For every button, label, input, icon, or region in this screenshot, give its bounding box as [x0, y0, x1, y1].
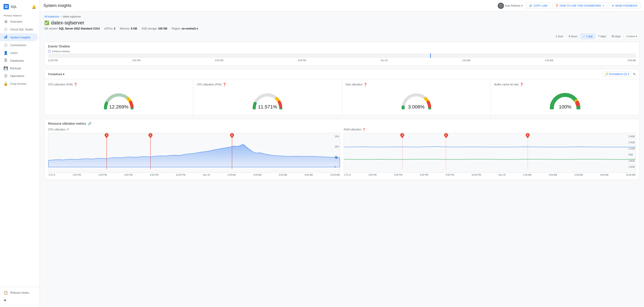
ssd-label: SSD storage: — [142, 27, 157, 30]
predefined-header: Predefined ▾ 📝 Annotations (2) ▾ ✎ — [44, 69, 639, 79]
cpu-x-10: 8:00 AM — [305, 174, 313, 176]
cloud-sql-studio-icon: ⬡ — [4, 27, 8, 32]
annotations-btn[interactable]: 📝 Annotations (2) ▾ — [603, 71, 631, 77]
gauge-disk-util-title-text: Disk utilization — [346, 83, 363, 86]
cpu-x-5: 10:00 PM — [176, 174, 186, 176]
help-icon-cpu-p99[interactable]: ❓ — [74, 83, 77, 86]
tick-3: 9:00 PM — [298, 59, 306, 62]
sidebar-item-label: Databases — [10, 59, 24, 62]
sidebar-item-backups[interactable]: 💾 Backups — [0, 64, 38, 72]
ram-y-0: 2.6GB — [628, 135, 635, 138]
time-btn-custom[interactable]: Custom ▾ — [624, 34, 640, 39]
ram-chart-help-icon[interactable]: ❓ — [362, 128, 366, 131]
corp-access-icon: 🔒 — [4, 82, 8, 86]
resource-header: Resource utilization metrics 🔗 — [44, 119, 639, 128]
notifications-icon[interactable]: 🔔 — [32, 5, 36, 9]
gauge-buffer-cache-value: 100% — [559, 104, 571, 110]
predefined-actions: 📝 Annotations (2) ▾ ✎ — [603, 71, 636, 77]
region-label: Region: — [172, 27, 181, 30]
memory-label: Memory: — [120, 27, 130, 30]
auto-refresh-btn[interactable]: Auto Refresh ▾ — [496, 2, 524, 10]
svg-rect-0 — [5, 5, 6, 7]
cpu-chart-svg — [48, 134, 340, 168]
sidebar-item-overview[interactable]: ⊞ Overview — [0, 18, 38, 26]
sidebar-item-release-notes[interactable]: 📋 Release Notes — [0, 289, 38, 296]
region-value: us-central1-c — [182, 27, 198, 30]
logo-icon — [4, 4, 9, 9]
how-to-btn[interactable]: ❓ HOW TO USE THIS DASHBOARD ↗ — [552, 3, 607, 9]
ram-chart-area: 3 3 6 — [344, 133, 636, 173]
send-feedback-btn[interactable]: ✉ SEND FEEDBACK — [609, 3, 640, 9]
sidebar-item-cloud-sql-studio[interactable]: ⬡ Cloud SQL Studio — [0, 26, 38, 33]
cpu-y-15: 15% — [335, 135, 339, 138]
time-btn-1day[interactable]: ✓ 1 day — [580, 34, 595, 39]
tick-5: 3:00 AM — [462, 59, 470, 62]
ssd-storage: SSD storage: 100 GB — [142, 27, 167, 30]
time-btn-1day-label: 1 day — [586, 35, 592, 38]
help-icon-buffer[interactable]: ❓ — [520, 83, 524, 86]
time-btn-7days[interactable]: 7 days — [596, 34, 608, 39]
page-title: System insights — [44, 3, 496, 8]
main-content: System insights Auto Refresh ▾ 🔗 COPY LI… — [40, 0, 644, 307]
auto-refresh-chevron-icon: ▾ — [521, 4, 522, 7]
tick-1: 3:00 PM — [132, 59, 140, 62]
cpu-y-0: 0 — [335, 166, 339, 168]
ram-x-5: 10:00 PM — [472, 174, 481, 176]
svg-rect-2 — [5, 7, 6, 8]
copy-link-btn[interactable]: 🔗 COPY LINK — [526, 3, 550, 9]
sidebar-item-connections[interactable]: ⬡ Connections — [0, 41, 38, 49]
db-version-label: DB version: — [44, 27, 58, 30]
timeline-marker — [430, 54, 431, 58]
send-feedback-label: SEND FEEDBACK — [615, 4, 638, 7]
predefined-dropdown-btn[interactable]: Predefined ▾ — [48, 73, 64, 76]
gauge-buffer-cache-container: 100% — [494, 87, 636, 112]
sidebar-item-label: Operations — [10, 74, 24, 78]
time-btn-30days[interactable]: 30 days — [609, 34, 623, 39]
tick-4: Nov 25 — [381, 59, 388, 62]
external-link-icon: ↗ — [602, 4, 604, 7]
gauge-cpu-p99: CPU utilization (P99) ❓ — [44, 79, 193, 115]
instance-header: ✅ datex-sqlserver — [44, 20, 640, 26]
cpu-x-labels: UTC-8 2:00 PM 4:00 PM 6:00 PM 8:00 PM 10… — [48, 174, 340, 176]
system-insights-icon — [4, 35, 8, 40]
timeline-ticks: 12:00 PM 3:00 PM 6:00 PM 9:00 PM Nov 25 … — [48, 59, 636, 62]
app-title: SQL — [11, 5, 17, 9]
svg-rect-1 — [6, 5, 8, 7]
ram-y-5: 1.6GB — [628, 166, 635, 168]
svg-rect-5 — [5, 36, 6, 38]
time-btn-6hours[interactable]: 6 hours — [566, 34, 580, 39]
sidebar-item-corp-access[interactable]: 🔒 Corp Access — [0, 80, 38, 88]
help-icon-cpu-p50[interactable]: ❓ — [222, 83, 226, 86]
topbar: System insights Auto Refresh ▾ 🔗 COPY LI… — [40, 0, 644, 12]
sidebar-item-databases[interactable]: 🗄 Databases — [0, 57, 38, 64]
vcpus-label: vCPUs: — [104, 27, 113, 30]
resource-link-icon[interactable]: 🔗 — [88, 122, 92, 125]
breadcrumb-all-instances[interactable]: All instances — [44, 15, 59, 18]
cpu-y-10: 10% — [335, 146, 339, 148]
cpu-chart-help-icon[interactable]: ⏱ — [66, 128, 69, 131]
gauge-cpu-p99-container: 12.269% — [48, 87, 190, 112]
timeline-legend: Instance backup — [48, 50, 636, 53]
sidebar-item-label: Cloud SQL Studio — [10, 28, 33, 31]
help-icon-disk[interactable]: ❓ — [364, 83, 367, 86]
sidebar-section-label: Primary instance — [0, 13, 40, 18]
sidebar-item-users[interactable]: 👤 Users — [0, 49, 38, 57]
ram-y-1: 2.4GB — [628, 141, 635, 144]
sidebar-item-system-insights[interactable]: System insights — [0, 33, 38, 41]
sidebar-collapse-btn[interactable]: ◀ — [0, 296, 40, 303]
ram-x-7: 2:00 AM — [523, 174, 532, 176]
edit-icon[interactable]: ✎ — [633, 72, 636, 76]
sidebar-item-operations[interactable]: ☰ Operations — [0, 72, 38, 80]
cpu-chart-title: CPU utilization ⏱ — [48, 128, 340, 131]
gauge-cpu-p50: CPU utilization (P50) ❓ 11.571% — [193, 79, 342, 115]
tick-6: 6:00 AM — [545, 59, 553, 62]
tick-0: 12:00 PM — [48, 59, 58, 62]
annotations-chevron-icon: ▾ — [628, 73, 629, 76]
breadcrumb-separator: › — [60, 15, 62, 18]
time-btn-1hour[interactable]: 1 hour — [554, 34, 566, 39]
instance-meta: DB version: SQL Server 2022 Standard CU1… — [44, 27, 640, 30]
cpu-chart: CPU utilization ⏱ 3 3 — [48, 128, 340, 176]
ram-chart-svg — [344, 134, 636, 168]
gauge-disk-util: Disk utilization ❓ 3.006% — [342, 79, 491, 115]
tick-7: 9:00 AM — [628, 59, 636, 62]
